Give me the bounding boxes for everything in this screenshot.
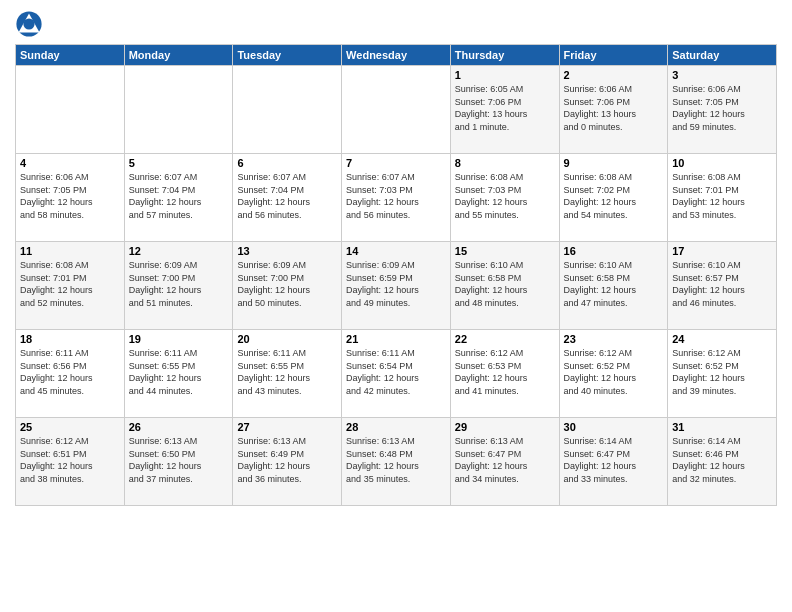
day-info: Sunrise: 6:11 AM Sunset: 6:55 PM Dayligh… — [129, 347, 229, 397]
day-cell-16: 16Sunrise: 6:10 AM Sunset: 6:58 PM Dayli… — [559, 242, 668, 330]
day-cell-25: 25Sunrise: 6:12 AM Sunset: 6:51 PM Dayli… — [16, 418, 125, 506]
day-info: Sunrise: 6:07 AM Sunset: 7:04 PM Dayligh… — [237, 171, 337, 221]
header-day-monday: Monday — [124, 45, 233, 66]
day-info: Sunrise: 6:12 AM Sunset: 6:51 PM Dayligh… — [20, 435, 120, 485]
day-info: Sunrise: 6:10 AM Sunset: 6:57 PM Dayligh… — [672, 259, 772, 309]
day-number: 29 — [455, 421, 555, 433]
day-number: 27 — [237, 421, 337, 433]
day-info: Sunrise: 6:13 AM Sunset: 6:49 PM Dayligh… — [237, 435, 337, 485]
day-number: 20 — [237, 333, 337, 345]
day-cell-28: 28Sunrise: 6:13 AM Sunset: 6:48 PM Dayli… — [342, 418, 451, 506]
day-number: 26 — [129, 421, 229, 433]
day-cell-22: 22Sunrise: 6:12 AM Sunset: 6:53 PM Dayli… — [450, 330, 559, 418]
day-number: 23 — [564, 333, 664, 345]
day-info: Sunrise: 6:10 AM Sunset: 6:58 PM Dayligh… — [564, 259, 664, 309]
day-cell-11: 11Sunrise: 6:08 AM Sunset: 7:01 PM Dayli… — [16, 242, 125, 330]
day-number: 6 — [237, 157, 337, 169]
day-info: Sunrise: 6:06 AM Sunset: 7:05 PM Dayligh… — [20, 171, 120, 221]
day-cell-7: 7Sunrise: 6:07 AM Sunset: 7:03 PM Daylig… — [342, 154, 451, 242]
day-number: 22 — [455, 333, 555, 345]
day-info: Sunrise: 6:06 AM Sunset: 7:06 PM Dayligh… — [564, 83, 664, 133]
day-info: Sunrise: 6:08 AM Sunset: 7:01 PM Dayligh… — [20, 259, 120, 309]
week-row-2: 4Sunrise: 6:06 AM Sunset: 7:05 PM Daylig… — [16, 154, 777, 242]
day-cell-14: 14Sunrise: 6:09 AM Sunset: 6:59 PM Dayli… — [342, 242, 451, 330]
day-cell-13: 13Sunrise: 6:09 AM Sunset: 7:00 PM Dayli… — [233, 242, 342, 330]
day-number: 9 — [564, 157, 664, 169]
day-number: 28 — [346, 421, 446, 433]
day-cell-24: 24Sunrise: 6:12 AM Sunset: 6:52 PM Dayli… — [668, 330, 777, 418]
header-day-tuesday: Tuesday — [233, 45, 342, 66]
day-info: Sunrise: 6:12 AM Sunset: 6:53 PM Dayligh… — [455, 347, 555, 397]
week-row-5: 25Sunrise: 6:12 AM Sunset: 6:51 PM Dayli… — [16, 418, 777, 506]
day-cell-15: 15Sunrise: 6:10 AM Sunset: 6:58 PM Dayli… — [450, 242, 559, 330]
day-info: Sunrise: 6:13 AM Sunset: 6:47 PM Dayligh… — [455, 435, 555, 485]
day-info: Sunrise: 6:11 AM Sunset: 6:55 PM Dayligh… — [237, 347, 337, 397]
week-row-1: 1Sunrise: 6:05 AM Sunset: 7:06 PM Daylig… — [16, 66, 777, 154]
header-day-sunday: Sunday — [16, 45, 125, 66]
day-info: Sunrise: 6:13 AM Sunset: 6:50 PM Dayligh… — [129, 435, 229, 485]
day-cell-12: 12Sunrise: 6:09 AM Sunset: 7:00 PM Dayli… — [124, 242, 233, 330]
day-info: Sunrise: 6:14 AM Sunset: 6:47 PM Dayligh… — [564, 435, 664, 485]
day-number: 13 — [237, 245, 337, 257]
day-info: Sunrise: 6:07 AM Sunset: 7:03 PM Dayligh… — [346, 171, 446, 221]
day-number: 5 — [129, 157, 229, 169]
day-number: 31 — [672, 421, 772, 433]
day-number: 24 — [672, 333, 772, 345]
day-number: 15 — [455, 245, 555, 257]
day-number: 11 — [20, 245, 120, 257]
day-number: 30 — [564, 421, 664, 433]
day-cell-1: 1Sunrise: 6:05 AM Sunset: 7:06 PM Daylig… — [450, 66, 559, 154]
empty-cell — [124, 66, 233, 154]
day-cell-9: 9Sunrise: 6:08 AM Sunset: 7:02 PM Daylig… — [559, 154, 668, 242]
day-cell-5: 5Sunrise: 6:07 AM Sunset: 7:04 PM Daylig… — [124, 154, 233, 242]
day-cell-8: 8Sunrise: 6:08 AM Sunset: 7:03 PM Daylig… — [450, 154, 559, 242]
logo — [15, 10, 47, 38]
day-number: 18 — [20, 333, 120, 345]
day-info: Sunrise: 6:12 AM Sunset: 6:52 PM Dayligh… — [564, 347, 664, 397]
day-cell-3: 3Sunrise: 6:06 AM Sunset: 7:05 PM Daylig… — [668, 66, 777, 154]
day-info: Sunrise: 6:11 AM Sunset: 6:56 PM Dayligh… — [20, 347, 120, 397]
day-info: Sunrise: 6:09 AM Sunset: 6:59 PM Dayligh… — [346, 259, 446, 309]
day-number: 21 — [346, 333, 446, 345]
day-cell-29: 29Sunrise: 6:13 AM Sunset: 6:47 PM Dayli… — [450, 418, 559, 506]
day-number: 3 — [672, 69, 772, 81]
header-day-saturday: Saturday — [668, 45, 777, 66]
day-cell-31: 31Sunrise: 6:14 AM Sunset: 6:46 PM Dayli… — [668, 418, 777, 506]
day-number: 25 — [20, 421, 120, 433]
empty-cell — [16, 66, 125, 154]
header — [15, 10, 777, 38]
day-number: 16 — [564, 245, 664, 257]
day-cell-17: 17Sunrise: 6:10 AM Sunset: 6:57 PM Dayli… — [668, 242, 777, 330]
day-info: Sunrise: 6:08 AM Sunset: 7:03 PM Dayligh… — [455, 171, 555, 221]
day-cell-30: 30Sunrise: 6:14 AM Sunset: 6:47 PM Dayli… — [559, 418, 668, 506]
header-day-thursday: Thursday — [450, 45, 559, 66]
day-info: Sunrise: 6:06 AM Sunset: 7:05 PM Dayligh… — [672, 83, 772, 133]
day-info: Sunrise: 6:08 AM Sunset: 7:02 PM Dayligh… — [564, 171, 664, 221]
day-cell-23: 23Sunrise: 6:12 AM Sunset: 6:52 PM Dayli… — [559, 330, 668, 418]
header-day-wednesday: Wednesday — [342, 45, 451, 66]
day-number: 7 — [346, 157, 446, 169]
day-cell-20: 20Sunrise: 6:11 AM Sunset: 6:55 PM Dayli… — [233, 330, 342, 418]
day-info: Sunrise: 6:11 AM Sunset: 6:54 PM Dayligh… — [346, 347, 446, 397]
day-cell-27: 27Sunrise: 6:13 AM Sunset: 6:49 PM Dayli… — [233, 418, 342, 506]
day-info: Sunrise: 6:09 AM Sunset: 7:00 PM Dayligh… — [237, 259, 337, 309]
logo-icon — [15, 10, 43, 38]
day-cell-4: 4Sunrise: 6:06 AM Sunset: 7:05 PM Daylig… — [16, 154, 125, 242]
header-row: SundayMondayTuesdayWednesdayThursdayFrid… — [16, 45, 777, 66]
header-day-friday: Friday — [559, 45, 668, 66]
page: SundayMondayTuesdayWednesdayThursdayFrid… — [0, 0, 792, 516]
week-row-3: 11Sunrise: 6:08 AM Sunset: 7:01 PM Dayli… — [16, 242, 777, 330]
day-number: 10 — [672, 157, 772, 169]
day-info: Sunrise: 6:12 AM Sunset: 6:52 PM Dayligh… — [672, 347, 772, 397]
day-info: Sunrise: 6:08 AM Sunset: 7:01 PM Dayligh… — [672, 171, 772, 221]
day-number: 2 — [564, 69, 664, 81]
day-cell-6: 6Sunrise: 6:07 AM Sunset: 7:04 PM Daylig… — [233, 154, 342, 242]
calendar-table: SundayMondayTuesdayWednesdayThursdayFrid… — [15, 44, 777, 506]
day-number: 14 — [346, 245, 446, 257]
day-number: 17 — [672, 245, 772, 257]
day-number: 12 — [129, 245, 229, 257]
week-row-4: 18Sunrise: 6:11 AM Sunset: 6:56 PM Dayli… — [16, 330, 777, 418]
day-number: 1 — [455, 69, 555, 81]
day-number: 4 — [20, 157, 120, 169]
svg-point-2 — [23, 18, 34, 29]
